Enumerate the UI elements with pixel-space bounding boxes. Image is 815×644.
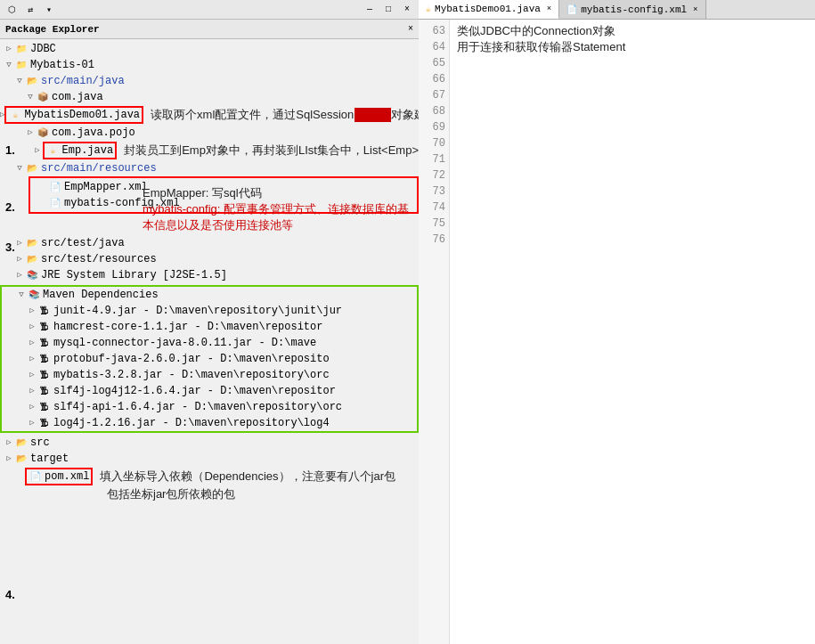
tab-mybatis-config[interactable]: 📄 mybatis-config.xml × bbox=[559, 0, 705, 19]
tree-item-src-test-resources[interactable]: ▷ 📂 src/test/resources bbox=[0, 251, 419, 267]
expand-icon[interactable]: ▷ bbox=[27, 320, 37, 334]
toolbar-close-btn[interactable]: × bbox=[399, 2, 415, 18]
expand-icon[interactable]: ▷ bbox=[14, 268, 25, 282]
tab-label: mybatis-config.xml bbox=[581, 4, 687, 15]
expand-icon[interactable]: ▷ bbox=[27, 368, 37, 382]
tree-container[interactable]: ▷ 📁 JDBC ▽ 📁 Mybatis-01 ▽ 📂 src/main/jav… bbox=[0, 39, 419, 644]
expand-icon[interactable]: ▷ bbox=[33, 143, 43, 158]
expand-icon[interactable]: ▷ bbox=[27, 336, 37, 350]
tree-item-mybatisdemo[interactable]: ▷ ☕ MybatisDemo01.java 读取两个xml配置文件，通过Sql… bbox=[0, 105, 419, 125]
expand-icon[interactable]: ▷ bbox=[27, 416, 37, 430]
tree-item-mysql-jar[interactable]: ▷ 🗜 mysql-connector-java-8.0.11.jar - D:… bbox=[2, 335, 417, 351]
folder-icon: 📂 bbox=[14, 452, 29, 465]
code-line-76 bbox=[457, 232, 808, 248]
expand-icon[interactable]: ▷ bbox=[4, 436, 14, 450]
code-line-68 bbox=[457, 103, 808, 119]
tree-item-src-main-resources[interactable]: ▽ 📂 src/main/resources bbox=[0, 160, 419, 176]
tree-item-src-test-java[interactable]: ▷ 📂 src/test/java bbox=[0, 235, 419, 251]
item-label: Emp.java bbox=[62, 143, 114, 158]
expand-icon[interactable]: ▷ bbox=[14, 252, 25, 266]
item-label: src/test/resources bbox=[41, 252, 157, 266]
xml-file-icon: 📄 bbox=[48, 197, 62, 209]
top-toolbar: ⬡ ⇄ ▾ — □ × bbox=[0, 0, 419, 20]
expand-icon[interactable]: ▷ bbox=[25, 126, 36, 140]
package-explorer-header: Package Explorer × bbox=[0, 20, 419, 39]
item-label: com.java.pojo bbox=[52, 126, 135, 140]
code-line-71 bbox=[457, 151, 808, 167]
jar-icon: 🗜 bbox=[37, 353, 52, 365]
src-folder-icon: 📂 bbox=[25, 162, 39, 175]
line-numbers: 63 64 65 66 67 68 69 70 71 72 73 74 75 7… bbox=[419, 20, 450, 644]
tree-item-emp-java[interactable]: ▷ ☕ Emp.java 封装员工到Emp对象中，再封装到LIst集合中，Lis… bbox=[0, 141, 419, 160]
expand-icon[interactable]: ▽ bbox=[14, 74, 25, 88]
expand-icon[interactable]: ▷ bbox=[4, 452, 14, 466]
tree-item-junit-jar[interactable]: ▷ 🗜 junit-4.9.jar - D:\maven\repository\… bbox=[2, 303, 417, 319]
expand-icon[interactable]: ▽ bbox=[16, 288, 27, 302]
item-label: hamcrest-core-1.1.jar - D:\maven\reposit… bbox=[53, 320, 322, 334]
expand-icon[interactable]: ▽ bbox=[25, 90, 36, 104]
item-label: JRE System Library [J2SE-1.5] bbox=[41, 268, 227, 282]
code-line-65 bbox=[457, 55, 808, 71]
jar-icon: 🗜 bbox=[37, 305, 52, 317]
jar-icon: 🗜 bbox=[37, 385, 52, 397]
code-line-67 bbox=[457, 87, 808, 103]
src-folder-icon: 📂 bbox=[25, 253, 39, 265]
item-label: protobuf-java-2.6.0.jar - D:\maven\repos… bbox=[53, 352, 330, 366]
toolbar-maximize-btn[interactable]: □ bbox=[380, 2, 396, 18]
expand-icon[interactable]: ▷ bbox=[27, 384, 37, 398]
left-panel: ⬡ ⇄ ▾ — □ × Package Explorer × ▷ 📁 JDBC bbox=[0, 0, 419, 644]
expand-icon[interactable]: ▷ bbox=[27, 304, 37, 318]
tree-item-maven-deps[interactable]: ▽ 📚 Maven Dependencies bbox=[2, 287, 417, 303]
expand-icon[interactable]: ▽ bbox=[4, 58, 14, 72]
tree-item-mybatis01[interactable]: ▽ 📁 Mybatis-01 bbox=[0, 57, 419, 73]
item-label: com.java bbox=[52, 90, 103, 104]
tree-item-src-main-java[interactable]: ▽ 📂 src/main/java bbox=[0, 73, 419, 89]
tree-item-hamcrest-jar[interactable]: ▷ 🗜 hamcrest-core-1.1.jar - D:\maven\rep… bbox=[2, 319, 417, 335]
project-icon: 📁 bbox=[14, 59, 29, 71]
tree-item-mybatis-jar[interactable]: ▷ 🗜 mybatis-3.2.8.jar - D:\maven\reposit… bbox=[2, 367, 417, 383]
code-line-75 bbox=[457, 216, 808, 232]
item-label: EmpMapper.xml bbox=[64, 180, 148, 194]
item-label: mysql-connector-java-8.0.11.jar - D:\mav… bbox=[53, 336, 316, 350]
item-label: src bbox=[30, 436, 50, 450]
expand-icon[interactable]: ▷ bbox=[4, 42, 14, 56]
jar-icon: 🗜 bbox=[37, 337, 52, 349]
expand-icon[interactable]: ▽ bbox=[14, 161, 25, 175]
tree-item-src[interactable]: ▷ 📂 src bbox=[0, 435, 419, 451]
tree-item-com-java-pojo[interactable]: ▷ 📦 com.java.pojo bbox=[0, 125, 419, 141]
code-line-74 bbox=[457, 200, 808, 216]
tab-close-icon[interactable]: × bbox=[547, 4, 551, 13]
redacted-1 bbox=[355, 108, 391, 122]
tree-item-log4j-jar[interactable]: ▷ 🗜 log4j-1.2.16.jar - D:\maven\reposito… bbox=[2, 415, 417, 431]
tree-item-protobuf-jar[interactable]: ▷ 🗜 protobuf-java-2.6.0.jar - D:\maven\r… bbox=[2, 351, 417, 367]
expand-icon[interactable]: ▷ bbox=[14, 236, 25, 250]
xml-file-icon: 📄 bbox=[29, 470, 43, 483]
toolbar-sync-btn[interactable]: ⇄ bbox=[22, 2, 38, 18]
annotation-4b: 包括坐标jar包所依赖的包 bbox=[0, 486, 419, 502]
project-icon: 📁 bbox=[14, 43, 29, 55]
tree-item-jdbc[interactable]: ▷ 📁 JDBC bbox=[0, 41, 419, 57]
code-area[interactable]: 类似JDBC中的Connection对象 用于连接和获取传输器Statement bbox=[450, 20, 815, 644]
src-folder-icon: 📂 bbox=[25, 75, 39, 87]
tab-close-icon[interactable]: × bbox=[693, 5, 697, 14]
expand-icon[interactable]: ▷ bbox=[27, 352, 37, 366]
java-file-icon: ☕ bbox=[8, 109, 22, 121]
tree-item-slf4j-log4j-jar[interactable]: ▷ 🗜 slf4j-log4j12-1.6.4.jar - D:\maven\r… bbox=[2, 383, 417, 399]
toolbar-collapse-btn[interactable]: ⬡ bbox=[4, 2, 20, 18]
panel-close-icon[interactable]: × bbox=[408, 24, 413, 34]
tree-item-target[interactable]: ▷ 📂 target bbox=[0, 451, 419, 467]
src-folder-icon: 📂 bbox=[14, 436, 29, 449]
code-line-73 bbox=[457, 183, 808, 200]
toolbar-menu-btn[interactable]: ▾ bbox=[41, 2, 57, 18]
tree-item-jre[interactable]: ▷ 📚 JRE System Library [J2SE-1.5] bbox=[0, 267, 419, 283]
package-icon: 📦 bbox=[36, 126, 50, 139]
java-file-icon: ☕ bbox=[46, 144, 61, 157]
tree-item-com-java[interactable]: ▽ 📦 com.java bbox=[0, 89, 419, 105]
tree-item-slf4j-api-jar[interactable]: ▷ 🗜 slf4j-api-1.6.4.jar - D:\maven\repos… bbox=[2, 399, 417, 415]
expand-icon[interactable]: ▷ bbox=[27, 400, 37, 414]
tree-item-pom-xml[interactable]: 📄 pom.xml 填入坐标导入依赖（Dependencies），注意要有八个j… bbox=[0, 467, 419, 486]
src-folder-icon: 📂 bbox=[25, 237, 39, 249]
item-label: slf4j-api-1.6.4.jar - D:\maven\repositor… bbox=[53, 400, 342, 414]
toolbar-minimize-btn[interactable]: — bbox=[362, 2, 378, 18]
tab-mybatisdemo[interactable]: ☕ MybatisDemo01.java × bbox=[419, 0, 559, 19]
